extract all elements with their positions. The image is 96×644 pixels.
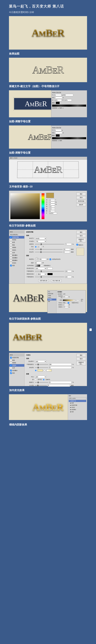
caption-3: 如图-调整字母位置 xyxy=(0,117,96,126)
style-preview xyxy=(76,248,84,256)
style-list: 样式 混合选项:默认 斜面和浮雕 等高线 纹理 描边 内阴影 内发光 光泽 颜色… xyxy=(9,230,24,284)
step-shadow-combined: AMBER 样式 斜面和浮雕 内阴影 内发光 渐变叠加 投影 渐变叠加 混合模式… xyxy=(9,284,87,312)
ok-button[interactable]: 确定 xyxy=(76,192,86,196)
color-preview xyxy=(46,193,54,198)
amber-shadow-text: AMBER xyxy=(13,292,44,304)
character-panel-2[interactable]: Adobe 宋体 Std T▾ VA▾ 颜色: 美国英语▾锐利 xyxy=(51,126,87,149)
step-warp: 图层 0, RGB/8 AMBER xyxy=(9,157,87,182)
color-swatch[interactable] xyxy=(56,102,60,104)
result-preview: AMBER xyxy=(9,16,87,50)
gradient-overlay-dialog[interactable]: 样式 斜面和浮雕 内阴影 内发光 渐变叠加 投影 渐变叠加 混合模式:正常 不透… xyxy=(47,290,86,313)
page-subtitle: 今日教程所需时间5 分钟 xyxy=(9,11,87,14)
amber-gold-text: AMBER xyxy=(32,27,64,39)
new-style-button[interactable]: 新建样式(W)... xyxy=(76,238,86,242)
caption-2: 新建文件-建立文字（如图）-字母用数值分开 xyxy=(0,82,96,90)
caption-5: 文件做变形-扇形--10 xyxy=(0,182,96,190)
amber-warp-text: AMBER xyxy=(34,164,62,175)
step-gold-combined: AMBER 做到这步的效果 xyxy=(9,323,87,351)
caption-7: 给文字加斜面效果-参数如图 xyxy=(0,315,96,323)
tutorial-header: 菜鸟一起飞，百天变大师 第八话 今日教程所需时间5 分钟 xyxy=(0,0,96,16)
layer-style-bevel-dialog[interactable]: 样式 混合选项:默认 斜面和浮雕 等高线 纹理 描边 内阴影 内发光 光泽 颜色… xyxy=(9,230,87,284)
style-strip[interactable] xyxy=(52,104,86,107)
ok-button[interactable]: 确定 xyxy=(76,231,86,234)
color-field[interactable] xyxy=(10,193,40,219)
step-adjust: AMBER Adobe 宋体 Std T▾ VA▾ 颜色: 美国英语▾锐利 xyxy=(9,126,87,149)
hue-slider[interactable] xyxy=(42,193,45,219)
caption-10: 继续内阴影效果 xyxy=(0,420,96,431)
caption-9: 加内发光效果 xyxy=(0,386,96,394)
layers-panel[interactable]: 图层 正常 ▾ 100% T AMBER fx▾ ◉ 效果 ◉ 斜面和浮雕 ◉ … xyxy=(68,394,87,420)
text-selection-box[interactable]: AMBER xyxy=(14,98,58,110)
font-size-input[interactable] xyxy=(54,94,61,96)
inner-glow-dialog[interactable]: 样式 斜面和浮雕 描边 内阴影 内发光 光泽 渐变叠加 投影 内发光 结构 混合… xyxy=(9,353,87,386)
amber-outline-text: AMBER xyxy=(32,64,64,76)
color-picker-dialog[interactable]: H:° S:% B:% R: G: B: # 确定 取消 添加到色板 颜色库 xyxy=(9,190,87,222)
color-info: H:° S:% B:% R: G: B: # xyxy=(45,191,75,222)
step-outline: AMBER xyxy=(9,58,87,82)
font-select[interactable]: Adobe 宋体 Std xyxy=(52,92,61,94)
lang-select[interactable]: 美国英语 xyxy=(52,107,57,109)
bevel-item[interactable]: 斜面和浮雕 xyxy=(9,236,24,238)
caption-6: 给文字加投影-参数如图 xyxy=(0,222,96,230)
add-swatch-button[interactable]: 添加到色板 xyxy=(76,200,86,202)
amber-gold-text-2: AMBER xyxy=(13,332,42,342)
step-selection: AMBER Adobe 宋体 Std T▾行 VA▾ ITT 颜色: 美国英语▾… xyxy=(9,90,87,117)
bevel-settings: 斜面和浮雕 结构 样式(T):内斜面 方法(Q):平滑 深度(D):% 方向:上… xyxy=(24,230,75,284)
warp-toolbar[interactable]: 图层 0, RGB/8 xyxy=(9,157,87,160)
angle-dial[interactable] xyxy=(35,257,39,261)
caption-1: 效果如图 xyxy=(0,50,96,58)
step-glow: AMBER 图层 正常 ▾ 100% T AMBER fx▾ ◉ 效果 ◉ 斜面… xyxy=(9,394,87,420)
amber-white-text: AMBER xyxy=(25,100,47,108)
cancel-button[interactable]: 取消 xyxy=(76,234,86,237)
cancel-button[interactable]: 取消 xyxy=(76,196,86,199)
amber-outline-text-2: AMBER xyxy=(28,132,53,142)
caption-4: 如图-调整字母位置 xyxy=(0,149,96,157)
character-panel[interactable]: Adobe 宋体 Std T▾行 VA▾ ITT 颜色: 美国英语▾锐利▾ xyxy=(51,90,87,117)
page-title: 菜鸟一起飞，百天变大师 第八话 xyxy=(9,4,87,9)
color-lib-button[interactable]: 颜色库 xyxy=(76,204,86,206)
tracking-input[interactable] xyxy=(54,96,62,99)
amber-glow-text: AMBER xyxy=(33,402,63,413)
